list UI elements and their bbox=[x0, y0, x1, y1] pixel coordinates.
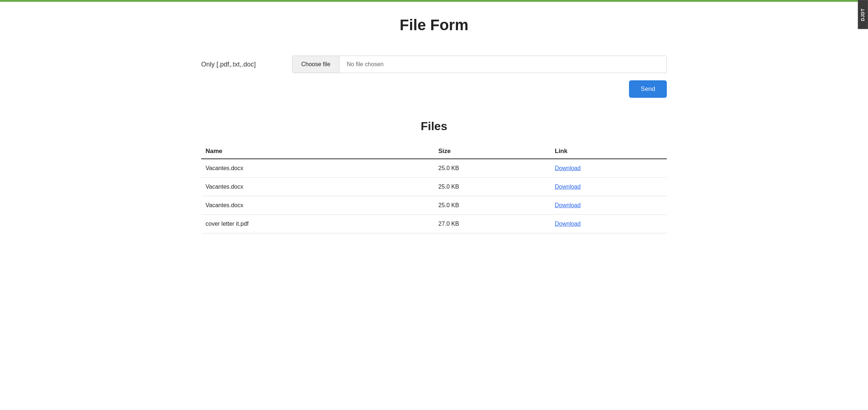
file-type-label: Only [.pdf,.txt,.doc] bbox=[201, 61, 281, 68]
col-header-link: Link bbox=[550, 144, 667, 159]
djdt-badge[interactable]: DJDT bbox=[858, 0, 868, 29]
table-row: Vacantes.docx25.0 KBDownload bbox=[201, 196, 667, 215]
col-header-name: Name bbox=[201, 144, 434, 159]
files-table-body: Vacantes.docx25.0 KBDownloadVacantes.doc… bbox=[201, 159, 667, 233]
table-row: Vacantes.docx25.0 KBDownload bbox=[201, 178, 667, 196]
choose-file-button[interactable]: Choose file bbox=[292, 56, 339, 73]
file-link-cell: Download bbox=[550, 196, 667, 215]
no-file-label: No file chosen bbox=[339, 56, 666, 73]
file-name-cell: Vacantes.docx bbox=[201, 178, 434, 196]
files-section: Files Name Size Link Vacantes.docx25.0 K… bbox=[201, 120, 667, 233]
file-name-cell: cover letter it.pdf bbox=[201, 215, 434, 233]
files-table: Name Size Link Vacantes.docx25.0 KBDownl… bbox=[201, 144, 667, 233]
file-size-cell: 25.0 KB bbox=[434, 196, 550, 215]
file-name-cell: Vacantes.docx bbox=[201, 196, 434, 215]
file-link-cell: Download bbox=[550, 178, 667, 196]
download-link[interactable]: Download bbox=[555, 221, 581, 227]
send-row: Send bbox=[201, 80, 667, 98]
file-size-cell: 25.0 KB bbox=[434, 178, 550, 196]
download-link[interactable]: Download bbox=[555, 202, 581, 208]
send-button[interactable]: Send bbox=[629, 80, 667, 98]
download-link[interactable]: Download bbox=[555, 184, 581, 190]
page-container: File Form Only [.pdf,.txt,.doc] Choose f… bbox=[179, 2, 689, 248]
file-size-cell: 27.0 KB bbox=[434, 215, 550, 233]
col-header-size: Size bbox=[434, 144, 550, 159]
files-table-header: Name Size Link bbox=[201, 144, 667, 159]
download-link[interactable]: Download bbox=[555, 165, 581, 171]
table-row: cover letter it.pdf27.0 KBDownload bbox=[201, 215, 667, 233]
file-link-cell: Download bbox=[550, 159, 667, 178]
upload-section: Only [.pdf,.txt,.doc] Choose file No fil… bbox=[201, 56, 667, 73]
file-name-cell: Vacantes.docx bbox=[201, 159, 434, 178]
page-title: File Form bbox=[201, 16, 667, 34]
file-link-cell: Download bbox=[550, 215, 667, 233]
file-size-cell: 25.0 KB bbox=[434, 159, 550, 178]
file-input-wrapper: Choose file No file chosen bbox=[292, 56, 667, 73]
files-title: Files bbox=[201, 120, 667, 133]
table-row: Vacantes.docx25.0 KBDownload bbox=[201, 159, 667, 178]
